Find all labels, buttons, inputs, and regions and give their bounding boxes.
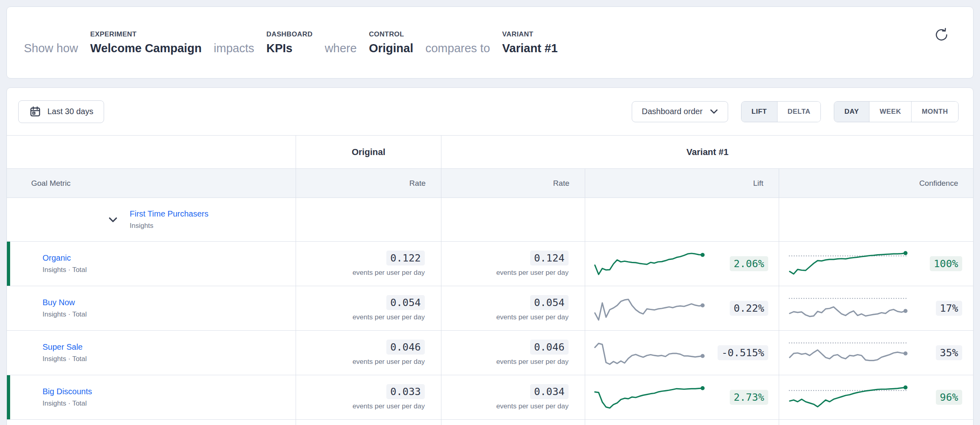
rate-unit: events per user per day [496, 269, 569, 277]
metric-link[interactable]: Big Discounts [43, 387, 92, 396]
table-row: Organic Insights · Total 0.122 events pe… [7, 242, 973, 286]
rate-unit: events per user per day [496, 358, 569, 366]
control-rate-value: 0.122 [386, 251, 425, 266]
rate-unit: events per user per day [352, 358, 425, 366]
dashboard-name[interactable]: KPIs [266, 42, 313, 54]
variant-group-header-row: Original Variant #1 [7, 136, 973, 169]
sentence-connector: impacts [214, 42, 254, 54]
lift-value: -0.515% [718, 345, 768, 360]
experiment-header-card: Show how EXPERIMENT Welcome Campaign imp… [6, 6, 974, 79]
refresh-button[interactable] [933, 26, 950, 44]
metric-subtitle: Insights · Total [43, 266, 87, 274]
lift-value: 2.73% [730, 390, 768, 405]
collapse-chevron[interactable] [109, 217, 130, 223]
metric-subtitle: Insights · Total [43, 400, 87, 408]
date-range-label: Last 30 days [47, 107, 93, 116]
variant-rate-value: 0.054 [530, 295, 569, 310]
column-confidence: Confidence [779, 169, 974, 198]
variant-rate-value: 0.124 [530, 251, 569, 266]
table-row: Big Discounts Insights · Total 0.033 eve… [7, 375, 973, 420]
rate-unit: events per user per day [352, 313, 425, 321]
variant-name[interactable]: Variant #1 [502, 42, 558, 54]
metric-link[interactable]: Super Sale [43, 342, 83, 352]
column-lift: Lift [585, 169, 779, 198]
metric-subtitle: Insights · Total [43, 310, 87, 319]
toggle-option-delta[interactable]: DELTA [777, 102, 821, 122]
column-goal-metric: Goal Metric [7, 169, 296, 198]
lift-sparkline [592, 248, 706, 280]
rate-unit: events per user per day [352, 402, 425, 410]
column-variant-rate: Rate [441, 169, 585, 198]
experiment-sentence: Show how EXPERIMENT Welcome Campaign imp… [24, 30, 558, 54]
confidence-value: 96% [936, 390, 962, 405]
table-row: Super Sale Insights · Total 0.046 events… [7, 331, 973, 375]
toggle-option-week[interactable]: WEEK [869, 102, 911, 122]
metric-link[interactable]: Organic [43, 253, 71, 263]
experiment-results-card: Last 30 days Dashboard order LIFT DELTA … [6, 87, 974, 425]
variant-rate-value: 0.034 [530, 384, 569, 399]
control-rate-value: 0.054 [386, 295, 425, 310]
confidence-sparkline [787, 337, 909, 369]
toggle-option-day[interactable]: DAY [834, 102, 869, 122]
dashboard-toolbar: Last 30 days Dashboard order LIFT DELTA … [7, 88, 973, 135]
refresh-icon [933, 27, 950, 43]
metric-subtitle: Insights [130, 222, 208, 230]
control-group-header: Original [296, 136, 441, 168]
table-row-partial [7, 420, 973, 425]
control-name[interactable]: Original [369, 42, 413, 54]
control-rate-value: 0.046 [386, 340, 425, 355]
lift-sparkline [592, 381, 706, 414]
rate-unit: events per user per day [496, 402, 569, 410]
chevron-down-icon [710, 109, 718, 114]
dashboard-order-select[interactable]: Dashboard order [632, 101, 728, 122]
confidence-value: 100% [930, 256, 962, 271]
interval-toggle: DAY WEEK MONTH [834, 101, 959, 122]
sentence-connector: where [325, 42, 357, 54]
lift-sparkline [592, 292, 706, 325]
metric-group-row: First Time Purchasers Insights [7, 198, 973, 242]
sentence-connector: compares to [425, 42, 490, 54]
table-row: Buy Now Insights · Total 0.054 events pe… [7, 286, 973, 331]
variant-group-header: Variant #1 [441, 136, 974, 168]
dashboard-order-label: Dashboard order [642, 107, 703, 116]
toggle-option-lift[interactable]: LIFT [741, 102, 777, 122]
results-table: Original Variant #1 Goal Metric Rate Rat… [7, 135, 973, 425]
rate-unit: events per user per day [352, 269, 425, 277]
sentence-connector: Show how [24, 42, 78, 54]
rate-unit: events per user per day [496, 313, 569, 321]
lift-sparkline [592, 337, 706, 369]
metric-subtitle: Insights · Total [43, 355, 87, 363]
column-control-rate: Rate [296, 169, 441, 198]
experiment-name[interactable]: Welcome Campaign [90, 42, 202, 54]
confidence-sparkline [787, 248, 909, 280]
lift-value: 0.22% [730, 301, 768, 316]
column-header-row: Goal Metric Rate Rate Lift Confidence [7, 169, 973, 198]
confidence-value: 17% [936, 301, 962, 316]
variant-rate-value: 0.046 [530, 340, 569, 355]
metric-link[interactable]: Buy Now [43, 298, 75, 307]
date-range-button[interactable]: Last 30 days [18, 100, 104, 123]
toggle-option-month[interactable]: MONTH [911, 102, 958, 122]
lift-value: 2.06% [730, 256, 768, 271]
lift-delta-toggle: LIFT DELTA [741, 101, 821, 122]
control-rate-value: 0.033 [386, 384, 425, 399]
confidence-value: 35% [936, 345, 962, 360]
confidence-sparkline [787, 381, 909, 414]
experiment-label: EXPERIMENT [90, 30, 202, 38]
calendar-icon [29, 106, 41, 118]
control-label: CONTROL [369, 30, 413, 38]
metric-link[interactable]: First Time Purchasers [130, 209, 208, 219]
variant-label: VARIANT [502, 30, 558, 38]
confidence-sparkline [787, 292, 909, 325]
chevron-down-icon [109, 217, 117, 223]
dashboard-label: DASHBOARD [266, 30, 313, 38]
